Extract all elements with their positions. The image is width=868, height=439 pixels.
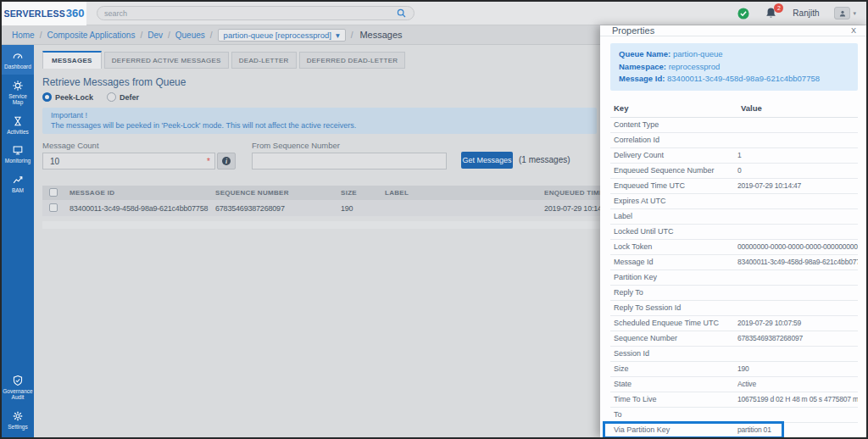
monitoring-icon <box>12 144 24 156</box>
properties-row: Content Type <box>610 118 858 133</box>
property-key: To <box>610 410 737 419</box>
sidebar-item-label: Service Map <box>3 93 33 106</box>
properties-panel: Properties X Queue Name: partion-queue N… <box>600 25 868 437</box>
cell-size: 190 <box>336 204 380 213</box>
user-name: Ranjith <box>793 8 819 18</box>
radio-peek-lock[interactable]: Peek-Lock <box>42 92 93 102</box>
property-key: Time To Live <box>610 395 737 403</box>
properties-row: Via Partition Key partition 01 <box>610 423 858 438</box>
property-value: 83400011-3c49-458d-98a9-621c4bb07758 <box>737 258 858 266</box>
properties-row: To <box>610 408 858 423</box>
summary-queue-name: Queue Name: partion-queue <box>619 48 849 61</box>
search-input[interactable] <box>104 9 396 18</box>
tab-deferred-active-messages[interactable]: DEFERRED ACTIVE MESSAGES <box>104 52 229 69</box>
search-icon <box>396 8 407 19</box>
breadcrumb-queues[interactable]: Queues <box>175 31 205 40</box>
properties-row: Expires At UTC <box>610 194 858 209</box>
message-summary-box: Queue Name: partion-queue Namespace: rep… <box>610 43 858 91</box>
property-key: Delivery Count <box>610 151 737 159</box>
global-search[interactable] <box>97 6 415 20</box>
top-bar: SERVERLESS 360 2 Ranjith ▾ <box>2 2 866 25</box>
important-notice-title: Important ! <box>51 111 588 121</box>
property-key: Content Type <box>610 120 737 129</box>
properties-row: Enqueued Sequence Number 0 <box>610 164 858 179</box>
row-checkbox[interactable] <box>49 203 58 212</box>
tab-deferred-dead-letter[interactable]: DEFERRED DEAD-LETTER <box>299 52 406 69</box>
property-key: State <box>610 380 737 388</box>
property-key: Label <box>610 212 737 220</box>
col-size: SIZE <box>336 189 380 197</box>
service-map-icon <box>12 80 24 92</box>
property-key: Session Id <box>610 349 737 358</box>
radio-unselected-icon <box>107 92 116 102</box>
property-key: Sequence Number <box>610 334 737 342</box>
app-window: SERVERLESS 360 2 Ranjith ▾ Home / Comp <box>0 0 868 439</box>
logo-text-360: 360 <box>66 7 85 19</box>
sidebar-item-service-map[interactable]: Service Map <box>2 75 34 110</box>
close-icon[interactable]: X <box>851 26 856 35</box>
col-sequence-number: SEQUENCE NUMBER <box>210 189 336 197</box>
property-value: 0 <box>737 166 858 175</box>
property-key: Partition Key <box>610 273 737 281</box>
sidebar-item-label: Dashboard <box>4 64 31 70</box>
properties-table-header: Key Value <box>610 99 858 118</box>
sidebar-item-governance-audit[interactable]: Governance Audit <box>2 370 34 405</box>
col-label: LABEL <box>380 189 539 197</box>
messages-table-header: MESSAGE ID SEQUENCE NUMBER SIZE LABEL EN… <box>42 186 605 200</box>
property-key: Expires At UTC <box>610 197 737 205</box>
properties-row: Lock Token 00000000-0000-0000-0000-00000… <box>610 240 858 255</box>
user-menu[interactable]: ▾ <box>834 7 856 19</box>
sidebar-item-bam[interactable]: BAM <box>2 169 34 198</box>
table-row[interactable]: 83400011-3c49-458d-98a9-621c4bb07758 678… <box>42 200 605 216</box>
breadcrumb-home[interactable]: Home <box>12 31 35 40</box>
from-sequence-input[interactable] <box>252 153 447 169</box>
properties-table-body: Content Type Correlation Id Delivery Cou… <box>610 118 858 438</box>
table-footer-strip <box>42 221 605 229</box>
sidebar-item-settings[interactable]: Settings <box>2 405 34 435</box>
result-count-text: (1 messages) <box>519 155 570 164</box>
breadcrumb-separator: / <box>168 31 170 40</box>
sidebar-item-label: Activities <box>7 129 29 136</box>
property-key: Reply To <box>610 288 737 297</box>
tab-dead-letter[interactable]: DEAD-LETTER <box>231 52 297 69</box>
property-value: 00000000-0000-0000-0000-000000000000 <box>737 242 858 251</box>
avatar <box>834 7 850 19</box>
get-messages-button[interactable]: Get Messages <box>461 152 513 169</box>
notifications-button[interactable]: 2 <box>765 7 777 19</box>
tab-messages[interactable]: MESSAGES <box>42 51 102 69</box>
from-sequence-group: From Sequence Number <box>252 141 447 169</box>
property-key: Scheduled Enqueue Time UTC <box>610 319 737 327</box>
breadcrumb-dev[interactable]: Dev <box>147 31 163 40</box>
radio-peek-lock-label: Peek-Lock <box>55 93 93 102</box>
panel-title: Properties <box>612 25 654 36</box>
important-notice: Important ! The messages will be peeked … <box>42 108 597 134</box>
property-key: Message Id <box>610 258 737 266</box>
topbar-right-cluster: 2 Ranjith ▾ <box>737 7 866 19</box>
cell-enqueued-time: 2019-07-29 10:14:47 <box>539 204 605 213</box>
sidebar-item-activities[interactable]: Activities <box>2 110 34 140</box>
property-key: Reply To Session Id <box>610 303 737 312</box>
breadcrumb-current-page: Messages <box>359 30 402 40</box>
property-key: Enqueued Time UTC <box>610 181 737 190</box>
radio-defer[interactable]: Defer <box>107 92 139 102</box>
messages-table: MESSAGE ID SEQUENCE NUMBER SIZE LABEL EN… <box>42 186 605 229</box>
sidebar-item-label: Monitoring <box>5 158 31 164</box>
property-value: 190 <box>737 364 858 373</box>
breadcrumb-composite-applications[interactable]: Composite Applications <box>47 31 135 40</box>
radio-selected-icon <box>42 92 52 102</box>
select-all-checkbox[interactable] <box>49 188 58 197</box>
status-ok-icon[interactable] <box>737 8 749 19</box>
message-count-input[interactable] <box>42 153 215 169</box>
property-value: 1 <box>737 151 858 159</box>
required-asterisk: * <box>207 157 210 166</box>
sidebar-item-monitoring[interactable]: Monitoring <box>2 139 34 169</box>
col-value: Value <box>741 103 858 113</box>
cell-message-id: 83400011-3c49-458d-98a9-621c4bb07758 <box>64 204 210 213</box>
sidebar-item-dashboard[interactable]: Dashboard <box>2 45 34 75</box>
col-message-id: MESSAGE ID <box>64 189 210 197</box>
properties-row: Correlation Id <box>610 133 858 148</box>
message-count-info-button[interactable]: i <box>217 153 236 169</box>
properties-row: Sequence Number 67835469387268097 <box>610 331 858 347</box>
properties-row: Time To Live 10675199 d 02 H 48 m 05 s 4… <box>610 392 858 408</box>
queue-selector-dropdown[interactable]: partion-queue [reprocessprod] ▾ <box>218 29 346 42</box>
